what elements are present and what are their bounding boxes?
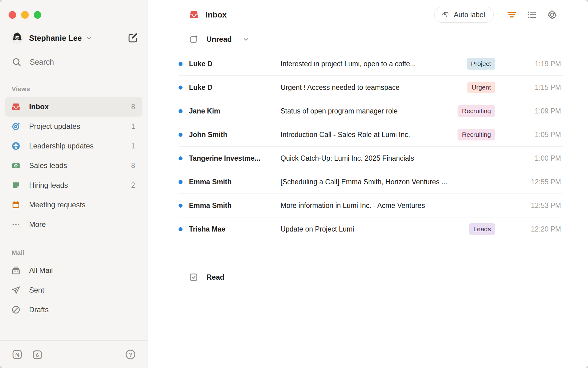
sidebar-item-all-mail[interactable]: All Mail [5, 261, 142, 280]
sidebar-item-sales-leads[interactable]: Sales leads 8 [5, 156, 142, 175]
unread-dot [179, 227, 183, 231]
email-time: 12:20 PM [495, 225, 561, 233]
search-input[interactable]: Search [12, 55, 54, 69]
views-section-header: Views [12, 85, 30, 93]
email-sender: Emma Smith [189, 201, 281, 210]
unread-dot [179, 133, 183, 137]
email-tag: Recruiting [458, 105, 495, 117]
calendar-6-icon[interactable]: 6 [32, 349, 43, 360]
sidebar-item-count: 8 [131, 162, 135, 170]
sidebar: Stephanie Lee Search Views Inbox 8 Pr [0, 0, 148, 368]
sidebar-item-label: Sent [29, 286, 44, 294]
unread-section-label: Unread [206, 35, 232, 44]
sidebar-item-label: More [29, 220, 46, 229]
close-window-button[interactable] [9, 11, 16, 19]
notion-icon[interactable]: N [12, 349, 23, 360]
sidebar-item-leadership-updates[interactable]: Leadership updates 1 [5, 136, 142, 156]
help-icon[interactable]: ? [125, 349, 136, 360]
unread-dot [179, 156, 183, 160]
email-row[interactable]: John Smith Introduction Call - Sales Rol… [179, 123, 563, 147]
gear-icon[interactable] [547, 10, 557, 20]
unread-icon [189, 35, 198, 44]
email-list: Luke D Interested in project Lumi, open … [148, 49, 588, 241]
sidebar-item-count: 8 [131, 103, 135, 111]
sidebar-item-meeting-requests[interactable]: Meeting requests [5, 195, 142, 215]
list-icon[interactable] [527, 10, 537, 20]
email-row[interactable]: Tangerine Investme... Quick Catch-Up: Lu… [179, 147, 563, 170]
unread-dot [179, 180, 183, 184]
unread-section-toggle[interactable]: Unread [179, 29, 563, 49]
sticky-note-icon [11, 181, 21, 190]
inbox-icon [11, 102, 21, 111]
email-row[interactable]: Luke D Interested in project Lumi, open … [179, 52, 563, 76]
ellipsis-icon [11, 220, 21, 229]
sidebar-item-label: Sales leads [29, 161, 67, 170]
sidebar-item-more[interactable]: More [5, 215, 142, 234]
accessibility-icon [11, 141, 21, 151]
auto-label-button[interactable]: Auto label [434, 7, 494, 23]
svg-text:N: N [15, 351, 19, 358]
email-subject: Urgent ! Access needed to teamspace [281, 83, 467, 92]
sidebar-item-drafts[interactable]: Drafts [5, 300, 142, 320]
email-row[interactable]: Jane Kim Status of open program manager … [179, 99, 563, 123]
all-mail-icon [11, 266, 21, 275]
email-time: 1:19 PM [495, 60, 561, 68]
unread-dot [179, 62, 183, 66]
sidebar-item-project-updates[interactable]: Project updates 1 [5, 117, 142, 136]
inbox-icon [189, 10, 199, 20]
filter-icon[interactable] [507, 10, 517, 20]
unread-dot [179, 109, 183, 113]
chevron-down-icon [242, 36, 250, 43]
search-placeholder: Search [30, 58, 54, 67]
sidebar-item-label: Drafts [29, 305, 49, 314]
email-row[interactable]: Luke D Urgent ! Access needed to teamspa… [179, 76, 563, 99]
avatar [10, 31, 24, 45]
email-time: 1:05 PM [495, 131, 561, 139]
email-row[interactable]: Trisha Mae Update on Project Lumi Leads … [179, 217, 563, 241]
email-sender: Emma Smith [189, 178, 281, 186]
email-time: 1:09 PM [495, 107, 561, 115]
window-controls [9, 11, 41, 19]
email-subject: More information in Lumi Inc. - Acme Ven… [281, 201, 495, 210]
sidebar-item-hiring-leads[interactable]: Hiring leads 2 [5, 175, 142, 195]
email-sender: Tangerine Investme... [189, 154, 281, 163]
email-tag: Recruiting [458, 129, 495, 140]
sidebar-item-count: 1 [131, 122, 135, 131]
svg-text:?: ? [129, 351, 132, 358]
mail-section-header: Mail [12, 249, 24, 256]
banknote-icon [11, 161, 21, 170]
mail-app-window: Stephanie Lee Search Views Inbox 8 Pr [0, 0, 588, 368]
email-subject: Quick Catch-Up: Lumi Inc. 2025 Financial… [281, 154, 495, 163]
target-icon [11, 122, 21, 131]
sidebar-item-label: Meeting requests [29, 201, 85, 209]
search-icon [12, 57, 21, 67]
compose-button[interactable] [127, 33, 138, 44]
account-name[interactable]: Stephanie Lee [29, 34, 82, 43]
email-time: 1:00 PM [495, 154, 561, 163]
page-title: Inbox [205, 10, 227, 20]
sidebar-item-sent[interactable]: Sent [5, 280, 142, 300]
sidebar-item-label: Inbox [29, 102, 49, 111]
unread-dot [179, 86, 183, 90]
email-tag: Project [467, 58, 495, 70]
email-sender: Trisha Mae [189, 225, 281, 233]
zoom-window-button[interactable] [34, 11, 41, 19]
minimize-window-button[interactable] [21, 11, 29, 19]
read-section-label: Read [206, 273, 224, 282]
email-tag: Urgent [467, 82, 495, 93]
email-subject: Interested in project Lumi, open to a co… [281, 60, 467, 68]
auto-label-label: Auto label [454, 11, 485, 19]
chevron-down-icon[interactable] [85, 34, 93, 42]
sidebar-item-inbox[interactable]: Inbox 8 [5, 97, 142, 117]
email-subject: Introduction Call - Sales Role at Lumi I… [281, 131, 458, 139]
auto-label-wand-icon [441, 10, 450, 19]
main-header: Inbox Auto label [148, 0, 588, 29]
sent-icon [11, 286, 21, 295]
email-row[interactable]: Emma Smith [Scheduling a Call] Emma Smit… [179, 170, 563, 194]
email-row[interactable]: Emma Smith More information in Lumi Inc.… [179, 194, 563, 217]
sidebar-item-label: Leadership updates [29, 142, 94, 150]
read-section-toggle[interactable]: Read [179, 267, 563, 287]
email-time: 1:15 PM [495, 83, 561, 92]
email-subject: Status of open program manager role [281, 107, 458, 115]
sidebar-item-count: 2 [131, 181, 135, 190]
